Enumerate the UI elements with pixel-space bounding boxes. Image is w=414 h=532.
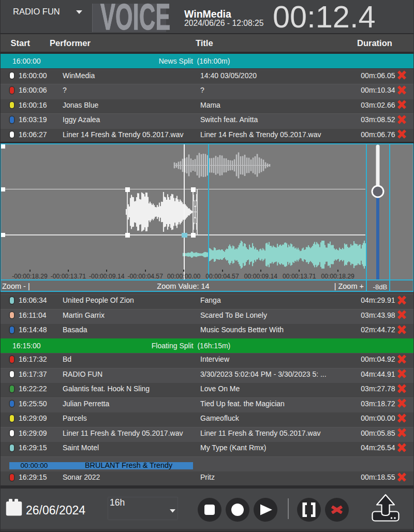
svg-text:-00:00:13.71: -00:00:13.71 xyxy=(51,273,86,280)
svg-text:Zoom Value: 14: Zoom Value: 14 xyxy=(157,282,209,290)
svg-text:| Zoom +: | Zoom + xyxy=(334,282,364,290)
svg-text:00:00:00.00: 00:00:00.00 xyxy=(167,273,201,280)
svg-text:-8dB: -8dB xyxy=(373,283,388,291)
svg-text:-00:00:04.57: -00:00:04.57 xyxy=(127,273,163,280)
svg-text:00:00:13.71: 00:00:13.71 xyxy=(283,273,316,280)
svg-text:-00:00:09.14: -00:00:09.14 xyxy=(89,273,125,280)
svg-text:00:00:04.57: 00:00:04.57 xyxy=(205,273,239,280)
svg-text:-00:00:18.29: -00:00:18.29 xyxy=(12,273,48,280)
svg-text:Zoom - |: Zoom - | xyxy=(2,282,30,290)
svg-text:00:00:18.29: 00:00:18.29 xyxy=(321,273,355,280)
svg-text:00:00:09.14: 00:00:09.14 xyxy=(244,273,278,280)
